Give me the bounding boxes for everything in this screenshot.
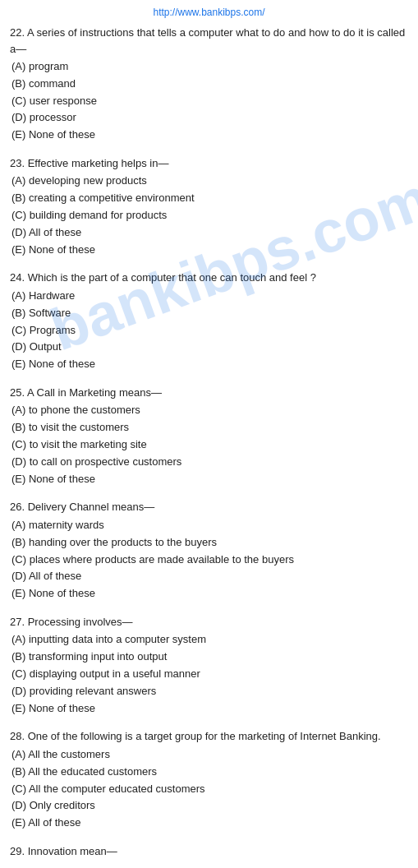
option-23-3: (D) All of these <box>11 224 408 242</box>
option-24-3: (D) Output <box>11 339 408 356</box>
option-24-4: (E) None of these <box>11 356 408 373</box>
question-text-27: 27. Processing involves— <box>10 614 408 630</box>
question-block-25: 25. A Call in Marketing means—(A) to pho… <box>10 385 408 487</box>
option-28-1: (B) All the educated customers <box>11 764 408 781</box>
option-27-0: (A) inputting data into a computer syste… <box>11 631 408 649</box>
option-27-4: (E) None of these <box>11 700 408 718</box>
option-26-4: (E) None of these <box>11 585 408 603</box>
question-block-22: 22. A series of instructions that tells … <box>10 25 408 144</box>
option-23-0: (A) developing new products <box>11 173 408 190</box>
question-block-29: 29. Innovation mean— <box>10 843 408 860</box>
option-23-1: (B) creating a competitive environment <box>11 190 408 207</box>
header-url: http://www.bankibps.com/ <box>10 7 408 18</box>
option-22-4: (E) None of these <box>11 127 408 144</box>
option-26-1: (B) handing over the products to the buy… <box>11 534 408 552</box>
option-25-2: (C) to visit the marketing site <box>11 436 408 454</box>
question-text-26: 26. Delivery Channel means— <box>10 499 408 515</box>
option-27-3: (D) providing relevant answers <box>11 683 408 700</box>
option-27-2: (C) displaying output in a useful manner <box>11 666 408 683</box>
option-26-0: (A) maternity wards <box>11 517 408 534</box>
option-22-3: (D) processor <box>11 109 408 127</box>
option-25-0: (A) to phone the customers <box>11 402 408 419</box>
option-25-4: (E) None of these <box>11 471 408 488</box>
option-26-2: (C) places where products are made avail… <box>11 552 408 569</box>
option-22-2: (C) user response <box>11 93 408 110</box>
question-block-23: 23. Effective marketing helps in—(A) dev… <box>10 155 408 258</box>
option-24-1: (B) Software <box>11 305 408 322</box>
question-block-26: 26. Delivery Channel means—(A) maternity… <box>10 499 408 602</box>
question-block-27: 27. Processing involves—(A) inputting da… <box>10 614 408 717</box>
option-27-1: (B) transforming input into output <box>11 649 408 666</box>
option-28-4: (E) All of these <box>11 815 408 832</box>
question-text-22: 22. A series of instructions that tells … <box>10 25 408 57</box>
option-24-2: (C) Programs <box>11 322 408 339</box>
option-28-2: (C) All the computer educated customers <box>11 781 408 798</box>
option-28-3: (D) Only creditors <box>11 797 408 815</box>
option-25-3: (D) to call on prospective customers <box>11 454 408 471</box>
question-text-28: 28. One of the following is a target gro… <box>10 728 408 745</box>
question-text-24: 24. Which is the part of a computer that… <box>10 270 408 286</box>
question-text-23: 23. Effective marketing helps in— <box>10 155 408 172</box>
option-28-0: (A) All the customers <box>11 746 408 764</box>
option-22-1: (B) command <box>11 76 408 93</box>
option-25-1: (B) to visit the customers <box>11 419 408 436</box>
question-text-29: 29. Innovation mean— <box>10 843 408 860</box>
option-23-4: (E) None of these <box>11 242 408 259</box>
question-block-28: 28. One of the following is a target gro… <box>10 728 408 831</box>
option-26-3: (D) All of these <box>11 568 408 585</box>
option-24-0: (A) Hardware <box>11 288 408 305</box>
option-22-0: (A) program <box>11 58 408 76</box>
question-text-25: 25. A Call in Marketing means— <box>10 385 408 401</box>
questions-container: 22. A series of instructions that tells … <box>10 25 408 859</box>
question-block-24: 24. Which is the part of a computer that… <box>10 270 408 372</box>
option-23-2: (C) building demand for products <box>11 207 408 224</box>
